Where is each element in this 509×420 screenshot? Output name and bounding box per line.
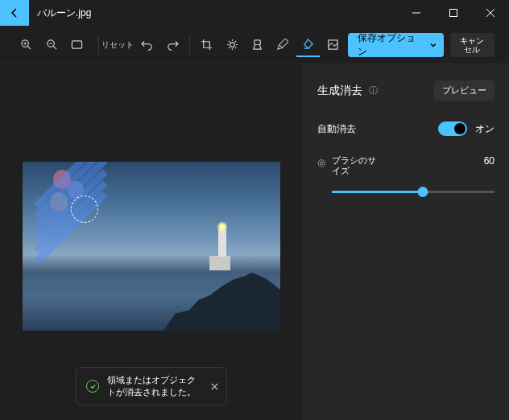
minimize-button[interactable]: [398, 0, 435, 26]
svg-line-15: [228, 41, 229, 42]
toolbar: リセット 保存オプション キャンセル: [0, 26, 509, 64]
back-button[interactable]: [0, 0, 29, 26]
window-controls: [398, 0, 509, 26]
image-lighthouse-tower: [218, 229, 226, 257]
save-options-button[interactable]: 保存オプション: [348, 33, 443, 57]
brush-size-icon: ◎: [317, 157, 325, 168]
erase-mask: [39, 167, 99, 231]
svg-line-7: [53, 46, 56, 49]
close-button[interactable]: [472, 0, 509, 26]
fit-button[interactable]: [65, 33, 89, 57]
image-lighthouse-base: [209, 256, 230, 270]
svg-line-16: [234, 47, 235, 48]
brush-size-slider[interactable]: [332, 186, 495, 197]
auto-erase-label: 自動消去: [317, 122, 356, 136]
toast-close-button[interactable]: [211, 383, 218, 390]
svg-point-10: [230, 43, 234, 47]
brush-size-value: 60: [484, 155, 495, 167]
image-lighthouse-light: [217, 221, 228, 233]
info-icon[interactable]: ⓘ: [369, 84, 378, 97]
erase-button[interactable]: [296, 33, 320, 57]
success-icon: [86, 380, 99, 393]
toast: 領域またはオブジェクトが消去されました。: [76, 367, 227, 406]
cancel-button[interactable]: キャンセル: [450, 33, 495, 57]
svg-line-3: [28, 46, 31, 49]
svg-rect-9: [72, 41, 81, 48]
svg-rect-19: [254, 40, 261, 45]
toast-message: 領域またはオブジェクトが消去されました。: [107, 374, 198, 398]
zoom-out-button[interactable]: [39, 33, 63, 57]
canvas-area: 領域またはオブジェクトが消去されました。: [0, 64, 303, 420]
image-rocks: [163, 262, 280, 331]
preview-button[interactable]: プレビュー: [434, 80, 495, 101]
auto-erase-state: オン: [475, 122, 495, 136]
svg-line-18: [228, 47, 229, 48]
image-canvas[interactable]: [23, 162, 280, 331]
brush-cursor: [71, 196, 98, 223]
markup-button[interactable]: [271, 33, 294, 57]
redo-button[interactable]: [161, 33, 184, 57]
svg-rect-1: [450, 10, 457, 17]
undo-button[interactable]: [135, 33, 159, 57]
side-panel: 生成消去 ⓘ プレビュー 自動消去 オン ◎ ブラシのサイズ 60: [303, 64, 509, 420]
svg-line-17: [234, 41, 235, 42]
zoom-in-button[interactable]: [14, 33, 38, 57]
adjust-button[interactable]: [220, 33, 243, 57]
save-options-label: 保存オプション: [358, 31, 424, 59]
chevron-down-icon: [429, 41, 437, 49]
main-area: 領域またはオブジェクトが消去されました。 生成消去 ⓘ プレビュー 自動消去 オ…: [0, 64, 509, 420]
titlebar: バルーン.jpg: [0, 0, 509, 26]
reset-button[interactable]: リセット: [101, 33, 134, 57]
background-button[interactable]: [321, 33, 345, 57]
panel-title: 生成消去: [317, 84, 362, 98]
window-title: バルーン.jpg: [29, 6, 398, 20]
maximize-button[interactable]: [435, 0, 472, 26]
auto-erase-toggle[interactable]: [438, 121, 467, 136]
filter-button[interactable]: [246, 33, 269, 57]
crop-button[interactable]: [195, 33, 218, 57]
brush-size-label: ブラシのサイズ: [332, 155, 379, 176]
